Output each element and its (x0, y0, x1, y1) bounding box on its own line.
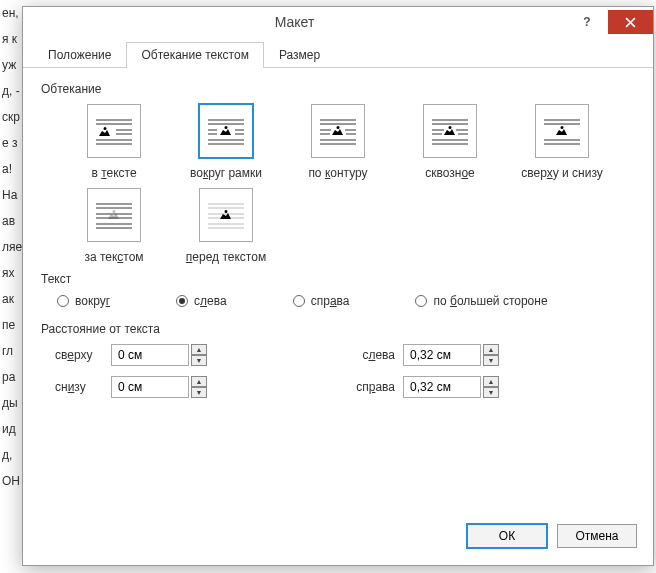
wrap-square-icon (206, 116, 246, 146)
group-text-label: Текст (41, 272, 635, 286)
tab-pane-wrapping: Обтекание в тексте вокруг рамки (23, 68, 653, 517)
dialog-title: Макет (23, 14, 566, 30)
wrap-tight-icon (318, 116, 358, 146)
group-wrapping-label: Обтекание (41, 82, 635, 96)
distance-right-input[interactable] (403, 376, 481, 398)
cancel-button[interactable]: Отмена (557, 524, 637, 548)
distance-left-input[interactable] (403, 344, 481, 366)
dialog-footer: ОК Отмена (23, 517, 653, 565)
help-button[interactable]: ? (566, 9, 608, 35)
close-button[interactable] (608, 10, 653, 34)
spin-down-icon[interactable]: ▼ (191, 355, 207, 366)
distance-top-label: сверху (55, 348, 103, 362)
tab-size[interactable]: Размер (264, 42, 335, 68)
wrap-inline-icon (94, 116, 134, 146)
titlebar: Макет ? (23, 7, 653, 37)
distance-left-label: слева (347, 348, 395, 362)
wrap-front-icon (206, 200, 246, 230)
ok-button[interactable]: ОК (467, 524, 547, 548)
group-distance-label: Расстояние от текста (41, 322, 635, 336)
radio-text-longest[interactable]: по большей стороне (415, 294, 547, 308)
wrap-option-behind[interactable]: за текстом (69, 188, 159, 264)
wrap-option-front[interactable]: перед текстом (181, 188, 271, 264)
wrap-option-inline[interactable]: в тексте (69, 104, 159, 180)
tab-strip: Положение Обтекание текстом Размер (23, 37, 653, 68)
wrap-topbottom-icon (542, 116, 582, 146)
tab-position[interactable]: Положение (33, 42, 126, 68)
distance-bottom-input[interactable] (111, 376, 189, 398)
wrap-option-through[interactable]: сквозное (405, 104, 495, 180)
wrap-option-top-bottom[interactable]: сверху и снизу (517, 104, 607, 180)
spin-up-icon[interactable]: ▲ (483, 376, 499, 387)
tab-text-wrapping[interactable]: Обтекание текстом (126, 42, 263, 68)
close-icon (625, 17, 636, 28)
distance-right-spinner[interactable]: ▲▼ (403, 376, 499, 398)
wrap-through-icon (430, 116, 470, 146)
spin-up-icon[interactable]: ▲ (483, 344, 499, 355)
wrap-option-square[interactable]: вокруг рамки (181, 104, 271, 180)
spin-down-icon[interactable]: ▼ (483, 355, 499, 366)
layout-dialog: Макет ? Положение Обтекание текстом Разм… (22, 6, 654, 566)
distance-left-spinner[interactable]: ▲▼ (403, 344, 499, 366)
spin-down-icon[interactable]: ▼ (191, 387, 207, 398)
spin-up-icon[interactable]: ▲ (191, 344, 207, 355)
distance-right-label: справа (347, 380, 395, 394)
spin-up-icon[interactable]: ▲ (191, 376, 207, 387)
distance-bottom-spinner[interactable]: ▲▼ (111, 376, 207, 398)
distance-bottom-label: снизу (55, 380, 103, 394)
radio-text-left[interactable]: слева (176, 294, 227, 308)
distance-top-input[interactable] (111, 344, 189, 366)
radio-text-right[interactable]: справа (293, 294, 350, 308)
wrap-option-tight[interactable]: по контуру (293, 104, 383, 180)
spin-down-icon[interactable]: ▼ (483, 387, 499, 398)
distance-top-spinner[interactable]: ▲▼ (111, 344, 207, 366)
wrap-behind-icon (94, 200, 134, 230)
background-document-text: ен,я к ужд, -скр е за!На авляеях акпегл … (0, 0, 22, 494)
radio-text-around[interactable]: вокруг (57, 294, 110, 308)
